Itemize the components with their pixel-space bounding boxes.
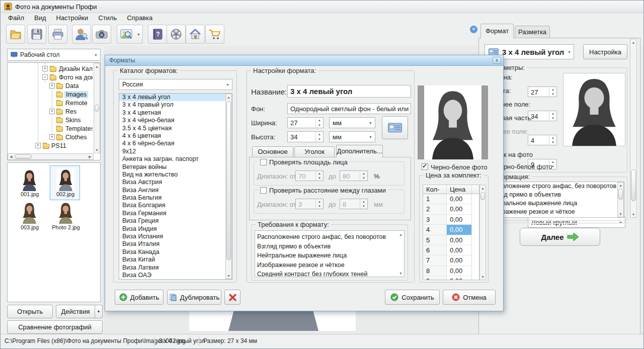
spin-up-icon[interactable]: ▲ [316,132,323,137]
tree-item[interactable]: Templates [8,125,93,133]
format-item[interactable]: Виза Индия [119,225,232,233]
format-item[interactable]: 3 х 4 цветная [119,109,232,117]
shop-button[interactable] [205,25,224,44]
add-format-button[interactable]: Добавить [115,290,164,305]
eyes-distance-checkbox[interactable] [260,187,267,194]
price-table-scrollbar[interactable]: ▲ ▼ [479,185,486,280]
name-input[interactable]: 3 х 4 левый угол [287,85,411,98]
thumbnail-label[interactable]: 001.jpg [12,191,47,197]
spin-down-icon[interactable]: ▼ [549,140,556,145]
compare-photos-button[interactable]: Сравнение фотографий [7,320,103,334]
price-cell[interactable]: 0,00 [447,276,472,280]
scroll-right-icon[interactable]: ▶ [87,154,93,159]
expand-icon[interactable]: + [49,134,55,140]
client-button[interactable] [72,25,91,44]
format-item[interactable]: Виза Греция [119,217,232,225]
spin-down-icon[interactable]: ▼ [316,123,323,128]
formats-list[interactable]: 3 х 4 левый угол 3 х 4 правый угол 3 х 4… [119,93,232,280]
photo-canvas[interactable] [189,311,356,331]
spin-down-icon[interactable]: ▼ [316,137,323,142]
thumbnail-image-selected[interactable] [56,168,75,191]
requirements-box[interactable]: Расположение строго анфас, без поворотов… [255,230,405,277]
scroll-down-icon[interactable]: ▼ [618,211,623,217]
qty-cell[interactable]: 9 [423,276,447,280]
tree-item[interactable]: Skins [8,116,93,125]
save-format-button[interactable]: Сохранить [385,290,440,305]
price-cell[interactable]: 0,00 [447,255,472,266]
close-hint-button[interactable]: ✕ [470,26,477,33]
price-table[interactable]: Кол-во Цена 10,00 20,00 30,00 40,00 50,0… [423,185,479,280]
table-row[interactable]: 50,00 [423,235,479,245]
qty-cell[interactable]: 2 [423,204,447,214]
price-cell-selected[interactable]: 0,00 [447,225,472,235]
format-item[interactable]: Виза Германия [119,210,232,217]
scrollbar-thumb[interactable] [631,169,636,201]
format-item[interactable]: Вид на жительство [119,171,232,179]
scroll-up-icon[interactable]: ▲ [226,94,231,100]
requirements-scrollbar[interactable]: ▲ ▼ [397,231,404,277]
menu-style[interactable]: Стиль [94,13,121,23]
format-settings-button[interactable]: Настройка [583,44,627,59]
scroll-up-icon[interactable]: ▲ [630,39,636,45]
tab-additional[interactable]: Дополнитель... [336,145,383,157]
tree-item[interactable]: +Res [8,108,93,116]
actions-button[interactable]: Действия [56,305,95,318]
expand-icon[interactable]: + [49,83,55,89]
spin-up-icon[interactable]: ▲ [549,135,556,140]
tree-horizontal-scrollbar[interactable]: ◀ ▶ [8,153,94,160]
tree-vertical-scrollbar[interactable]: ▲ ▼ [94,63,100,153]
dialog-bw-checkbox[interactable] [422,163,428,170]
thumbnail-image[interactable] [56,201,75,224]
camera-button[interactable] [92,25,111,44]
scrollbar-thumb[interactable] [480,192,485,200]
thumbnail-label[interactable]: 002.jpg [48,191,83,197]
spin-up-icon[interactable]: ▲ [549,87,556,92]
tree-item[interactable]: Remote [8,99,93,108]
format-item[interactable]: 3.5 х 4.5 цветная [119,125,232,132]
format-item[interactable]: 4 х 6 чёрно-белая [119,140,232,147]
scrollbar-thumb[interactable] [226,101,231,260]
format-item[interactable]: Виза Италия [119,240,232,248]
table-row[interactable]: 10,00 [423,194,479,204]
table-row[interactable]: 80,00 [423,266,479,276]
expand-icon[interactable]: + [49,109,55,114]
folder-tree[interactable]: +Дизайн Кале −Фото на доку +Data Images … [7,62,101,160]
tab-main[interactable]: Основное [252,146,293,157]
menu-file[interactable]: Файл [4,13,29,23]
format-item[interactable]: Виза Болгария [119,202,232,209]
thumbnail-image[interactable] [20,201,39,224]
price-cell[interactable]: 0,00 [447,194,472,204]
spin-up-icon[interactable]: ▲ [316,118,323,123]
next-button[interactable]: Далее [520,228,600,246]
table-row[interactable]: 90,00 [423,276,479,280]
format-item[interactable]: Анкета на загран. паспорт [119,155,232,163]
tree-item[interactable]: +Clothes [8,133,93,142]
scrollbar-thumb[interactable] [618,189,623,200]
scroll-down-icon[interactable]: ▼ [226,273,231,279]
qty-cell[interactable]: 4 [423,225,447,235]
tree-item[interactable]: +PS11 [8,142,93,150]
home-button[interactable] [186,25,205,44]
view-mode-button[interactable] [117,25,136,44]
scroll-up-icon[interactable]: ▲ [618,183,623,188]
menu-help[interactable]: Справка [122,13,157,23]
tab-format[interactable]: Формат [480,24,514,38]
scroll-up-icon[interactable]: ▲ [94,63,100,69]
actions-dropdown[interactable]: ▼ [95,305,103,318]
height-spinner[interactable]: 34▲▼ [287,131,324,142]
scrollbar-thumb[interactable] [95,105,99,112]
thumbnail-label[interactable]: Photo 2.jpg [48,224,84,230]
qty-cell[interactable]: 8 [423,266,447,276]
video-button[interactable] [167,25,186,44]
scroll-down-icon[interactable]: ▼ [94,147,100,153]
expand-icon[interactable]: + [42,66,48,71]
format-item[interactable]: Виза Бельгия [119,194,232,202]
format-item[interactable]: Ветеран войны [119,163,232,171]
tree-item-selected[interactable]: Images [8,91,93,99]
format-item[interactable]: 4 х 6 цветная [119,132,232,140]
format-item[interactable]: 3 х 4 чёрно-белая [119,117,232,124]
menu-view[interactable]: Вид [30,13,51,23]
table-row-selected[interactable]: 40,00 [423,225,479,235]
tree-item[interactable]: +Дизайн Кале [8,65,93,73]
tab-corner[interactable]: Уголок [294,146,335,157]
